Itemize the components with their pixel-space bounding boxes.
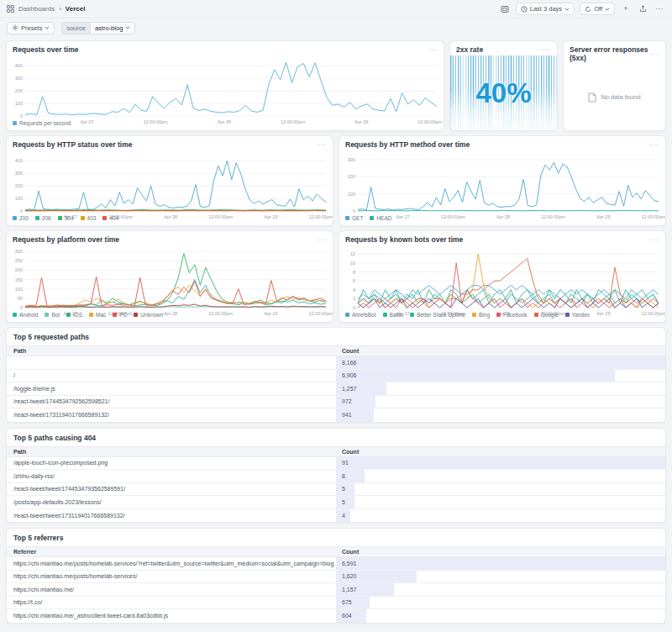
legend-item[interactable]: Google: [534, 312, 559, 318]
legend-item[interactable]: Facebook: [496, 312, 528, 318]
count-value: 5: [336, 499, 345, 505]
add-panel-icon[interactable]: +: [620, 3, 632, 15]
panel-requests-over-time: Requests over time ··· 0100200300400Apr …: [6, 40, 444, 131]
2xx-rate-sparkline[interactable]: 40%: [450, 55, 557, 130]
svg-text:400: 400: [15, 63, 23, 68]
column-header[interactable]: Count: [336, 549, 665, 555]
chevron-down-icon: [605, 8, 610, 11]
platform-chart[interactable]: 050100150200250300Apr 2712:00:00pmApr 28…: [7, 245, 333, 311]
table-header-row: PathCount: [7, 345, 665, 356]
panel-menu-icon[interactable]: ···: [318, 236, 327, 244]
time-range-button[interactable]: Last 3 days: [516, 3, 575, 15]
legend-item[interactable]: 403: [81, 215, 97, 221]
count-value: 5: [336, 486, 345, 492]
path-cell: /react-tweet/tweet/1744534793562589591/: [7, 483, 336, 496]
legend-label: 304: [65, 215, 74, 221]
panel-menu-icon[interactable]: ···: [650, 236, 659, 244]
legend-item[interactable]: Better Stack Uptime: [410, 312, 465, 318]
overflow-menu-icon[interactable]: ···: [654, 3, 665, 15]
gear-icon: [12, 24, 18, 31]
panel-title: Requests by HTTP status over time: [13, 140, 133, 149]
platform-legend: AndroidBotiOSMacPCUnknown: [7, 311, 333, 322]
table-row: https://chi.miantiao.me/posts/homelab-se…: [7, 571, 665, 584]
column-header[interactable]: Path: [7, 449, 336, 455]
legend-swatch: [345, 216, 349, 220]
panel-menu-icon[interactable]: ···: [650, 141, 659, 149]
source-variable-value: astro-blog: [95, 24, 123, 32]
table-row: https://chi.miantiao.me/_astro/client.tw…: [7, 609, 665, 623]
count-cell: 8,166: [336, 356, 665, 369]
column-header[interactable]: Count: [336, 449, 665, 455]
panel-menu-icon[interactable]: ···: [650, 50, 659, 58]
path-cell: /react-tweet/tweet/1731194017666589132/: [7, 509, 336, 523]
path-cell: https://chi.miantiao.me/posts/homelab-se…: [7, 571, 336, 583]
legend-item[interactable]: Android: [13, 312, 38, 318]
share-icon[interactable]: [637, 3, 648, 15]
count-value: 675: [336, 599, 352, 605]
known-bots-chart[interactable]: 024681012Apr 2712:00:00pmApr 2812:00:00p…: [339, 245, 665, 311]
source-variable-select[interactable]: astro-blog: [90, 22, 135, 34]
column-header[interactable]: Count: [336, 348, 665, 354]
table-header-row: ReferrerCount: [7, 546, 665, 557]
legend-item[interactable]: Requests per second: [13, 120, 71, 126]
count-value: 6,591: [336, 561, 357, 566]
count-cell: 1,620: [336, 571, 665, 583]
legend-item[interactable]: Unknown: [134, 312, 163, 318]
panel-menu-icon[interactable]: ···: [428, 46, 438, 54]
panel-menu-icon[interactable]: ···: [542, 46, 551, 54]
http-method-chart[interactable]: 0100200300Apr 2712:00:00pmApr 2812:00:00…: [339, 150, 665, 214]
table-row: /posts/app-defaults-2023/lessons/5: [7, 496, 665, 509]
svg-text:0: 0: [20, 208, 23, 213]
count-bar: [336, 457, 665, 470]
svg-text:150: 150: [15, 277, 23, 282]
no-data-state: No data found: [564, 64, 665, 130]
svg-text:400: 400: [15, 158, 23, 163]
column-header[interactable]: Referrer: [7, 549, 336, 555]
svg-text:300: 300: [15, 171, 23, 176]
count-cell: 8: [336, 470, 665, 482]
legend-item[interactable]: PC: [113, 312, 127, 318]
panel-title: Server error responses (5xx): [570, 45, 650, 62]
column-header[interactable]: Path: [7, 348, 336, 354]
legend-item[interactable]: 200: [13, 215, 29, 221]
count-cell: 675: [336, 597, 665, 609]
count-cell: 1,157: [336, 583, 665, 596]
svg-text:250: 250: [15, 258, 23, 263]
refresh-interval-button[interactable]: Off: [580, 3, 615, 15]
legend-item[interactable]: 404: [102, 215, 118, 221]
legend-item[interactable]: iOS: [66, 312, 82, 318]
legend-swatch: [472, 313, 476, 317]
legend-swatch: [410, 313, 414, 317]
time-range-label: Last 3 days: [530, 5, 562, 13]
legend-item[interactable]: AhrefsBot: [345, 312, 376, 318]
count-bar: [336, 370, 615, 382]
legend-item[interactable]: Baidu: [383, 312, 404, 318]
legend-swatch: [35, 216, 39, 220]
legend-item[interactable]: Mac: [89, 312, 106, 318]
legend-item[interactable]: 304: [58, 215, 74, 221]
breadcrumb-root[interactable]: Dashboards: [18, 5, 55, 13]
legend-swatch: [89, 313, 93, 317]
http-status-chart[interactable]: 0100200300400Apr 2712:00:00pmApr 2812:00…: [7, 150, 333, 214]
legend-item[interactable]: Bing: [472, 312, 490, 318]
kiosk-mode-icon[interactable]: [499, 3, 511, 15]
legend-item[interactable]: GET: [345, 215, 363, 221]
svg-text:0: 0: [353, 208, 355, 213]
table-row: https://t.co/675: [7, 597, 665, 610]
presets-button[interactable]: Presets: [7, 22, 55, 34]
legend-item[interactable]: HEAD: [370, 215, 391, 221]
panel-title: Requests by known bots over time: [345, 235, 463, 244]
http-method-legend: GETHEAD: [339, 214, 665, 225]
svg-text:100: 100: [15, 101, 23, 106]
count-value: 6,906: [336, 372, 357, 378]
document-icon: [588, 92, 596, 103]
count-cell: 6,906: [336, 370, 665, 382]
known-bots-legend: AhrefsBotBaiduBetter Stack UptimeBingFac…: [339, 311, 665, 322]
legend-item[interactable]: Bot: [45, 312, 60, 318]
panel-menu-icon[interactable]: ···: [318, 141, 327, 149]
table-panel: Top 5 referrersReferrerCounthttps://chi.…: [6, 528, 666, 624]
refresh-icon: [585, 6, 591, 13]
legend-item[interactable]: Yandex: [565, 312, 591, 318]
legend-item[interactable]: 206: [35, 215, 51, 221]
requests-chart[interactable]: 0100200300400Apr 2712:00:00pmApr 2812:00…: [7, 55, 444, 119]
